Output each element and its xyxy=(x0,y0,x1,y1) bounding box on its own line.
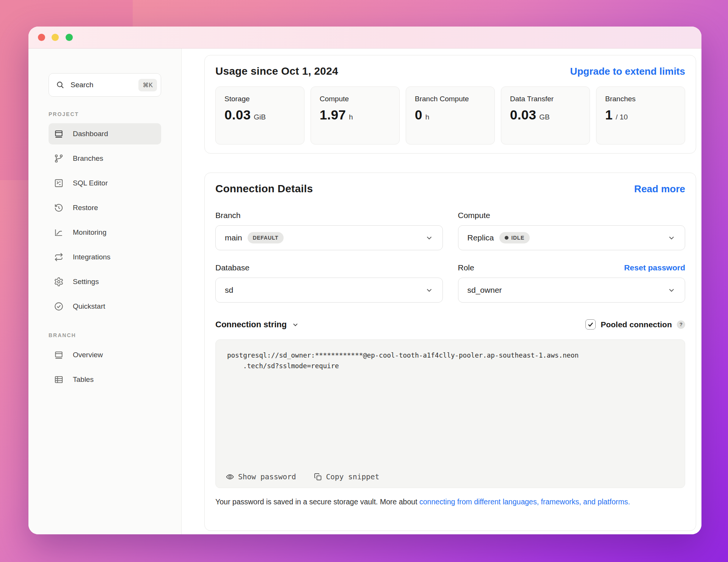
connection-string-toggle[interactable]: Connection string xyxy=(215,320,299,330)
database-field: Database sd xyxy=(215,262,443,303)
pooled-connection-label: Pooled connection xyxy=(601,320,672,329)
eye-icon xyxy=(226,473,234,481)
stat-unit: / 10 xyxy=(616,113,628,121)
zoom-window-button[interactable] xyxy=(66,34,73,41)
stat-label: Storage xyxy=(224,94,295,104)
role-field-label: Role xyxy=(458,263,474,272)
sidebar-item-tables[interactable]: Tables xyxy=(49,369,161,390)
restore-icon xyxy=(54,203,64,213)
search-input[interactable]: Search ⌘K xyxy=(49,73,161,97)
idle-badge-label: IDLE xyxy=(511,235,524,241)
sidebar-item-label: Quickstart xyxy=(73,302,105,311)
database-select[interactable]: sd xyxy=(215,278,443,303)
stat-unit: h xyxy=(425,113,430,121)
stat-value: 1 xyxy=(605,107,613,122)
sidebar-item-label: Monitoring xyxy=(73,228,107,237)
idle-status-badge: IDLE xyxy=(499,232,530,243)
stat-value: 0.03 xyxy=(224,107,251,122)
stat-unit: h xyxy=(349,113,353,121)
password-vault-text: Your password is saved in a secure stora… xyxy=(215,498,419,506)
close-window-button[interactable] xyxy=(38,34,45,41)
stat-unit: GiB xyxy=(254,113,266,121)
compute-field-label: Compute xyxy=(458,211,490,220)
sidebar-item-monitoring[interactable]: Monitoring xyxy=(49,222,161,243)
stat-value: 1.97 xyxy=(320,107,346,122)
read-more-link[interactable]: Read more xyxy=(634,183,685,195)
sidebar-item-branches[interactable]: Branches xyxy=(49,148,161,169)
sidebar-item-label: Restore xyxy=(73,204,98,212)
connection-string-label: Connection string xyxy=(215,320,287,330)
usage-card: Usage since Oct 1, 2024 Upgrade to exten… xyxy=(204,55,696,154)
sidebar-item-label: Tables xyxy=(73,375,94,384)
stat-label: Branches xyxy=(605,94,676,104)
sidebar-item-label: Settings xyxy=(73,278,99,286)
idle-dot-icon xyxy=(505,236,508,240)
chevron-down-icon xyxy=(425,286,433,294)
window-titlebar xyxy=(28,27,701,49)
stat-card-compute: Compute 1.97h xyxy=(311,86,400,144)
search-shortcut-badge: ⌘K xyxy=(138,79,157,91)
minimize-window-button[interactable] xyxy=(52,34,59,41)
sidebar-item-settings[interactable]: Settings xyxy=(49,271,161,292)
connection-string-codeblock: postgresql://sd_owner:************@ep-co… xyxy=(215,339,685,488)
stat-card-storage: Storage 0.03GiB xyxy=(215,86,304,144)
copy-icon xyxy=(314,473,322,481)
database-field-label: Database xyxy=(215,263,249,272)
show-password-button[interactable]: Show password xyxy=(226,473,296,481)
sidebar-item-label: Branches xyxy=(73,154,103,163)
overview-icon xyxy=(54,350,64,360)
stat-card-data-transfer: Data Transfer 0.03GB xyxy=(501,86,590,144)
default-badge: DEFAULT xyxy=(248,232,284,243)
reset-password-link[interactable]: Reset password xyxy=(624,263,685,272)
connection-details-title: Connection Details xyxy=(215,183,313,195)
chevron-down-icon xyxy=(667,286,676,294)
search-icon xyxy=(56,80,65,89)
sidebar-item-label: Overview xyxy=(73,351,103,359)
main-content: Usage since Oct 1, 2024 Upgrade to exten… xyxy=(182,49,701,534)
stat-unit: GB xyxy=(539,113,549,121)
sidebar-item-label: Dashboard xyxy=(73,130,108,138)
sidebar: Search ⌘K PROJECT Dashboard Branches xyxy=(28,49,182,534)
connection-string-line2: .tech/sd?sslmode=require xyxy=(227,361,673,371)
chevron-down-icon xyxy=(667,234,676,242)
sidebar-item-restore[interactable]: Restore xyxy=(49,197,161,218)
pooled-connection-checkbox[interactable] xyxy=(585,319,596,330)
help-icon[interactable]: ? xyxy=(677,320,685,329)
usage-stats-row: Storage 0.03GiB Compute 1.97h Branch Com… xyxy=(215,86,685,144)
chevron-down-icon xyxy=(425,234,433,242)
branches-icon xyxy=(54,154,64,163)
sidebar-item-quickstart[interactable]: Quickstart xyxy=(49,296,161,317)
role-field: Role Reset password sd_owner xyxy=(458,262,686,303)
role-select-value: sd_owner xyxy=(468,286,502,295)
password-vault-note: Your password is saved in a secure stora… xyxy=(215,496,685,507)
sidebar-item-sql-editor[interactable]: SQL Editor xyxy=(49,173,161,194)
show-password-label: Show password xyxy=(238,473,296,481)
sidebar-item-overview[interactable]: Overview xyxy=(49,344,161,366)
upgrade-link[interactable]: Upgrade to extend limits xyxy=(570,66,685,77)
role-select[interactable]: sd_owner xyxy=(458,278,686,303)
integrations-icon xyxy=(54,252,64,262)
tables-icon xyxy=(54,375,64,385)
connection-string-line1: postgresql://sd_owner:************@ep-co… xyxy=(227,350,673,361)
app-window: Search ⌘K PROJECT Dashboard Branches xyxy=(28,27,701,534)
sidebar-item-dashboard[interactable]: Dashboard xyxy=(49,123,161,144)
connecting-docs-link[interactable]: connecting from different languages, fra… xyxy=(419,498,630,506)
monitoring-icon xyxy=(54,228,64,237)
gear-icon xyxy=(54,277,64,287)
copy-snippet-button[interactable]: Copy snippet xyxy=(314,473,380,481)
stat-card-branch-compute: Branch Compute 0h xyxy=(406,86,495,144)
search-placeholder: Search xyxy=(71,81,93,89)
stat-card-branches: Branches 1/ 10 xyxy=(596,86,685,144)
compute-select[interactable]: Replica IDLE xyxy=(458,225,686,250)
database-select-value: sd xyxy=(225,286,233,295)
branch-select[interactable]: main DEFAULT xyxy=(215,225,443,250)
sidebar-section-project: PROJECT xyxy=(49,111,161,117)
stat-value: 0 xyxy=(415,107,422,122)
stat-label: Branch Compute xyxy=(415,94,486,104)
sidebar-item-label: SQL Editor xyxy=(73,179,108,187)
check-icon xyxy=(587,321,594,328)
check-circle-icon xyxy=(54,301,64,311)
sidebar-section-branch: BRANCH xyxy=(49,332,161,338)
sidebar-item-integrations[interactable]: Integrations xyxy=(49,246,161,268)
stat-value: 0.03 xyxy=(510,107,536,122)
